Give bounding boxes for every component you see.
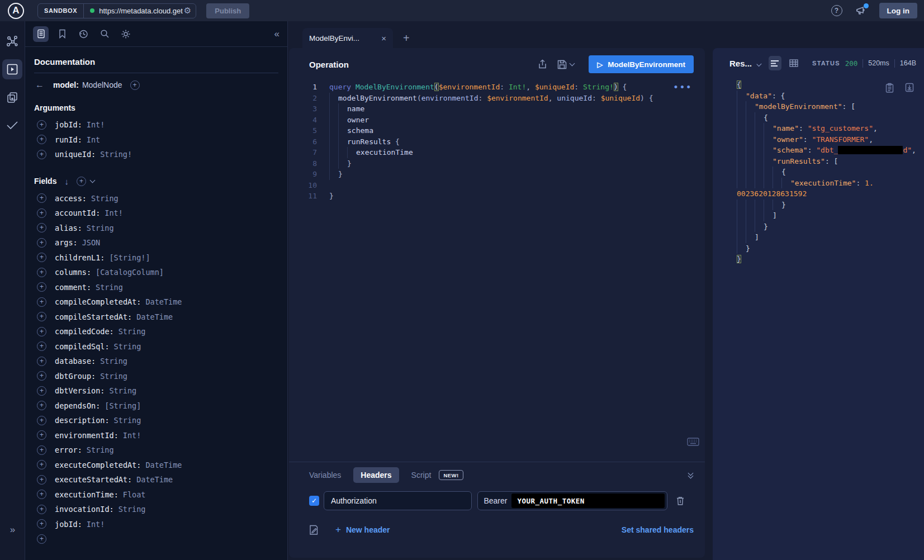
tab-headers[interactable]: Headers <box>353 467 399 483</box>
add-field-icon[interactable]: + <box>37 312 46 321</box>
close-tab-icon[interactable]: × <box>381 34 386 43</box>
schema-field-row[interactable]: +accountId:Int! <box>34 206 278 221</box>
field-type[interactable]: String <box>91 194 119 203</box>
add-field-icon[interactable]: + <box>37 297 46 307</box>
field-type[interactable]: String <box>87 224 114 232</box>
history-icon[interactable] <box>75 26 91 42</box>
field-type[interactable]: String <box>87 445 114 454</box>
add-field-icon[interactable]: + <box>37 445 46 455</box>
field-type[interactable]: Int! <box>105 208 123 217</box>
new-header-button[interactable]: + New header <box>335 524 390 535</box>
add-field-icon[interactable]: + <box>37 505 46 514</box>
add-field-icon[interactable]: + <box>37 460 46 469</box>
set-shared-headers-link[interactable]: Set shared headers <box>622 525 694 534</box>
field-type[interactable]: DateTime <box>145 297 182 306</box>
sort-fields-icon[interactable]: ↓ <box>64 177 69 186</box>
schema-field-row[interactable]: +compileCompletedAt:DateTime <box>34 295 278 310</box>
schema-field-row[interactable]: +runId:Int <box>34 132 278 148</box>
add-field-icon[interactable]: + <box>37 357 46 366</box>
response-dropdown[interactable]: Res... <box>729 59 752 68</box>
schema-field-row[interactable]: +environmentId:Int! <box>34 428 278 443</box>
add-field-icon[interactable]: + <box>37 238 46 248</box>
field-type[interactable]: Int! <box>123 431 141 440</box>
header-enabled-checkbox[interactable]: ✓ <box>309 496 319 506</box>
schema-field-row[interactable]: +jobId:Int! <box>34 117 278 132</box>
save-operation-control[interactable] <box>557 60 574 69</box>
help-icon[interactable]: ? <box>831 5 842 16</box>
field-type[interactable]: String <box>109 386 136 395</box>
add-field-icon[interactable]: + <box>37 430 46 440</box>
schema-field-row[interactable]: +database:String <box>34 354 278 369</box>
run-operation-button[interactable]: ▷ ModelByEnvironment <box>589 55 694 73</box>
schema-field-row[interactable]: +compiledCode:String <box>34 324 278 339</box>
settings-gear-icon[interactable] <box>118 26 134 42</box>
line-options-icon[interactable]: ••• <box>674 83 693 92</box>
schema-field-row[interactable]: + <box>34 531 278 547</box>
schema-field-row[interactable]: +executeCompletedAt:DateTime <box>34 458 278 473</box>
graphql-editor[interactable]: 1query ModelByEnvironment($environmentId… <box>289 79 705 462</box>
endpoint-settings-gear-icon[interactable]: ⚙ <box>183 6 196 16</box>
add-field-icon[interactable]: + <box>37 223 46 232</box>
schema-field-row[interactable]: +comment:String <box>34 280 278 295</box>
schema-field-row[interactable]: +jobId:Int! <box>34 517 278 532</box>
add-field-icon[interactable]: + <box>37 341 46 351</box>
schema-field-row[interactable]: +description:String <box>34 413 278 428</box>
copy-response-icon[interactable] <box>885 83 894 93</box>
add-field-icon[interactable]: + <box>37 193 46 203</box>
schema-field-row[interactable]: +invocationId:String <box>34 502 278 517</box>
schema-field-row[interactable]: +executeStartedAt:DateTime <box>34 472 278 487</box>
keyboard-shortcuts-icon[interactable] <box>687 438 699 446</box>
field-type[interactable]: String! <box>100 150 132 159</box>
field-type[interactable]: String <box>119 327 146 336</box>
field-type[interactable]: String <box>114 342 141 351</box>
add-field-icon[interactable]: + <box>37 371 46 381</box>
search-icon[interactable] <box>97 26 112 42</box>
back-arrow-icon[interactable]: ← <box>35 80 44 90</box>
schema-field-row[interactable]: +compiledSql:String <box>34 339 278 354</box>
add-field-icon[interactable]: + <box>130 80 140 90</box>
tab-variables[interactable]: Variables <box>309 471 341 480</box>
add-field-icon[interactable]: + <box>37 534 46 544</box>
add-field-icon[interactable]: + <box>37 475 46 485</box>
environment-variables-icon[interactable] <box>309 525 319 535</box>
operation-collections-icon[interactable] <box>2 87 22 107</box>
field-type[interactable]: [CatalogColumn] <box>96 268 164 277</box>
bookmarks-icon[interactable] <box>54 26 70 42</box>
documentation-tab-icon[interactable] <box>33 26 49 42</box>
field-type[interactable]: DateTime <box>136 312 173 321</box>
schema-field-row[interactable]: +dbtVersion:String <box>34 383 278 398</box>
field-type[interactable]: JSON <box>82 238 101 247</box>
schema-field-row[interactable]: +executionTime:Float <box>34 487 278 502</box>
expand-rail-icon[interactable]: » <box>0 524 25 535</box>
announcements-megaphone-icon[interactable] <box>856 6 867 16</box>
plus-circle-icon[interactable]: + <box>77 177 86 186</box>
checks-icon[interactable] <box>2 115 22 135</box>
explorer-icon[interactable] <box>2 59 22 79</box>
field-type[interactable]: [String] <box>105 401 141 410</box>
schema-graph-icon[interactable] <box>2 31 22 51</box>
field-type[interactable]: String <box>119 505 146 514</box>
table-view-icon[interactable] <box>787 56 800 70</box>
breadcrumb-type[interactable]: ModelNode <box>82 80 122 89</box>
field-type[interactable]: String <box>96 283 123 292</box>
add-field-icon[interactable]: + <box>37 519 46 529</box>
field-type[interactable]: DateTime <box>136 475 173 484</box>
publish-button[interactable]: Publish <box>206 3 249 18</box>
schema-field-row[interactable]: +access:String <box>34 191 278 206</box>
field-type[interactable]: Int! <box>87 120 105 129</box>
new-tab-icon[interactable]: + <box>403 32 410 45</box>
add-field-icon[interactable]: + <box>37 282 46 292</box>
schema-field-row[interactable]: +dbtGroup:String <box>34 369 278 384</box>
add-field-icon[interactable]: + <box>37 490 46 499</box>
schema-field-row[interactable]: +compileStartedAt:DateTime <box>34 310 278 325</box>
field-type[interactable]: Int <box>87 135 100 144</box>
schema-field-row[interactable]: +error:String <box>34 443 278 458</box>
download-response-icon[interactable] <box>905 83 914 93</box>
field-type[interactable]: String <box>100 357 127 366</box>
endpoint-url-input[interactable]: https://metadata.cloud.get <box>99 7 183 15</box>
header-name-input[interactable] <box>324 491 472 510</box>
add-field-icon[interactable]: + <box>37 386 46 396</box>
add-field-icon[interactable]: + <box>37 416 46 425</box>
schema-field-row[interactable]: +args:JSON <box>34 235 278 250</box>
collapse-section-icon[interactable] <box>689 473 693 478</box>
